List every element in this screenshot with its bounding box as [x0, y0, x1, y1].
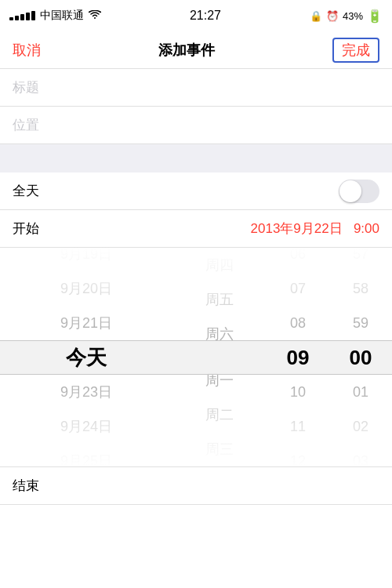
battery-label: 43%: [343, 10, 363, 22]
picker-item: 03: [329, 444, 392, 467]
picker-item: 周二: [172, 397, 267, 432]
picker-col-hour[interactable]: 06070809101112: [267, 248, 329, 466]
picker-item: 周一: [172, 363, 267, 397]
picker-item: 06: [267, 248, 329, 271]
picker-col-day[interactable]: 周四周五周六周一周二周三: [172, 248, 267, 466]
picker-item: 9月23日: [0, 375, 172, 409]
all-day-toggle[interactable]: [339, 180, 379, 203]
title-field[interactable]: 标题: [0, 69, 392, 107]
end-label: 结束: [13, 477, 39, 495]
picker-item: 59: [329, 306, 392, 340]
signal-icon: [9, 11, 35, 20]
picker-columns: 9月19日9月20日9月21日今天9月23日9月24日9月25日周四周五周六周一…: [0, 248, 392, 466]
picker-item: 11: [267, 409, 329, 444]
location-placeholder: 位置: [13, 116, 39, 134]
status-right: 🔒 ⏰ 43% 🔋: [310, 9, 383, 24]
picker-item: 9月24日: [0, 409, 172, 444]
picker-item: 今天: [0, 340, 172, 375]
status-bar: 中国联通 21:27 🔒 ⏰ 43% 🔋: [0, 0, 392, 31]
picker-item: 09: [267, 340, 329, 375]
toggle-knob: [339, 180, 361, 202]
picker-col-min[interactable]: 57585900010203: [329, 248, 392, 466]
lock-icon: 🔒: [310, 10, 322, 22]
status-time: 21:27: [190, 9, 221, 23]
section-separator: [0, 144, 392, 172]
all-day-row: 全天: [0, 172, 392, 210]
picker-item: 08: [267, 306, 329, 340]
cancel-button[interactable]: 取消: [13, 41, 41, 60]
form-section: 标题 位置: [0, 69, 392, 144]
wifi-icon: [89, 9, 101, 22]
picker-item: 07: [267, 271, 329, 306]
picker-item: 9月20日: [0, 271, 172, 306]
picker-item: 周五: [172, 282, 267, 317]
picker-item: 周四: [172, 248, 267, 282]
picker-item: 57: [329, 248, 392, 271]
picker-item: 周三: [172, 432, 267, 466]
carrier-label: 中国联通: [40, 9, 84, 23]
picker-item: 12: [267, 444, 329, 467]
picker-item: 9月19日: [0, 248, 172, 271]
picker-item: 02: [329, 409, 392, 444]
picker-col-date[interactable]: 9月19日9月20日9月21日今天9月23日9月24日9月25日: [0, 248, 172, 466]
nav-bar: 取消 添加事件 完成: [0, 31, 392, 69]
location-field[interactable]: 位置: [0, 107, 392, 144]
picker-item: [172, 351, 267, 363]
all-day-label: 全天: [13, 182, 39, 200]
picker-item: 周六: [172, 317, 267, 351]
date-time-picker[interactable]: 9月19日9月20日9月21日今天9月23日9月24日9月25日周四周五周六周一…: [0, 248, 392, 467]
alarm-icon: ⏰: [326, 10, 339, 22]
done-button[interactable]: 完成: [332, 38, 379, 63]
picker-item: 58: [329, 271, 392, 306]
status-left: 中国联通: [9, 9, 101, 23]
start-value: 2013年9月22日 9:00: [251, 220, 379, 238]
picker-item: 10: [267, 375, 329, 409]
picker-item: 9月25日: [0, 444, 172, 467]
start-label: 开始: [13, 220, 39, 238]
nav-title: 添加事件: [158, 41, 215, 60]
picker-item: 9月21日: [0, 306, 172, 340]
title-placeholder: 标题: [13, 78, 39, 96]
end-row[interactable]: 结束: [0, 467, 392, 505]
battery-icon: 🔋: [367, 9, 383, 24]
start-row[interactable]: 开始 2013年9月22日 9:00: [0, 210, 392, 248]
picker-item: 01: [329, 375, 392, 409]
picker-item: 00: [329, 340, 392, 375]
